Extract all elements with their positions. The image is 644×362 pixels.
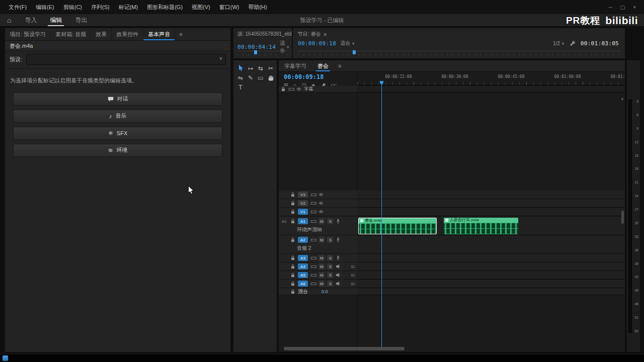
sync-lock-icon[interactable]: ⊏⊐ [310,238,316,242]
menu-window[interactable]: 窗口(W) [215,4,244,11]
lock-icon[interactable] [290,264,295,269]
track-badge[interactable]: A5 [298,272,308,278]
lock-icon[interactable] [290,201,295,206]
master-volume-value[interactable]: 0.0 [321,289,328,294]
preset-dropdown[interactable]: ∨ [26,54,226,65]
track-select-forward-tool[interactable]: ↦ [246,64,255,72]
source-timecode[interactable]: 00:00:04:14 [237,44,276,50]
program-timecode[interactable]: 00:00:09:18 [298,40,336,47]
ripple-edit-tool[interactable]: ⇆ [256,64,265,72]
audio-type-dialogue-button[interactable]: 对话 [13,93,222,106]
audio-type-sfx-button[interactable]: ✳ SFX [13,127,222,140]
selection-tool[interactable] [236,64,245,72]
eye-icon[interactable] [318,192,324,197]
audio-type-music-button[interactable]: ♪ 音乐 [13,110,222,123]
sync-lock-icon[interactable]: ⊏⊐ [310,264,316,269]
lock-icon[interactable] [290,273,295,278]
sync-lock-icon[interactable]: ⊏⊐ [310,256,316,260]
close-icon[interactable]: × [633,5,636,10]
speaker-icon[interactable] [336,264,341,269]
audio-type-ambience-button[interactable]: ≋ 环境 [13,144,222,157]
type-tool[interactable]: T [236,83,245,92]
solo-button[interactable]: S [327,237,333,243]
menu-graphics[interactable]: 图形和标题(G) [142,4,187,11]
vertical-scrollbar[interactable] [621,211,624,224]
track-badge[interactable]: V2 [298,200,308,206]
output-assignment-label[interactable]: S1 [351,282,355,286]
rectangle-tool[interactable]: ▭ [256,74,265,82]
source-mini-timeline[interactable] [237,51,288,56]
lock-icon[interactable] [290,209,295,214]
source-patch-badge[interactable]: A1 [281,219,288,224]
audio-clip-saihui[interactable]: 赛会.m4a [358,218,437,234]
menu-view[interactable]: 视图(V) [187,4,215,11]
menu-markers[interactable]: 标记(M) [114,4,143,11]
track-name[interactable]: 音频 2 [297,245,355,252]
audio-clip-crowd-bicycle[interactable]: 人群自行车.m4a [444,218,518,234]
solo-button[interactable]: S [327,218,333,224]
settings-wrench-icon[interactable] [570,40,576,46]
mute-button[interactable]: M [318,218,325,224]
lock-icon[interactable] [290,289,295,294]
lock-icon[interactable] [290,255,295,260]
mute-button[interactable]: M [318,237,325,243]
track-badge[interactable]: A1 [298,218,308,224]
program-resolution-dropdown[interactable]: 1/2 ∨ [553,41,565,46]
playhead[interactable] [381,81,382,347]
minimize-icon[interactable]: ─ [609,5,612,10]
scroll-handle-dot[interactable] [621,98,623,100]
tab-project[interactable]: 项目: 预设学习 [5,28,51,40]
menu-sequence[interactable]: 序列(S) [87,4,114,11]
tab-effect-controls[interactable]: 效果控件 [112,28,143,40]
source-playhead-marker[interactable] [254,50,257,54]
mute-button[interactable]: M [318,272,325,278]
mic-icon[interactable] [336,237,341,242]
program-playhead-marker[interactable] [353,50,356,54]
output-assignment-label[interactable]: S1 [351,265,355,268]
track-badge[interactable]: V3 [298,192,308,198]
horizontal-scrollbar[interactable] [284,347,405,350]
speaker-icon[interactable] [336,281,341,286]
slip-tool[interactable]: ⇋ [236,74,245,82]
tab-effects[interactable]: 效果 [91,28,112,40]
program-fit-dropdown[interactable]: 适合 ∨ [340,40,355,47]
sync-lock-icon[interactable]: ⊏⊐ [310,273,316,278]
track-badge[interactable]: A4 [298,263,308,269]
mic-icon[interactable] [336,255,341,260]
sync-lock-icon[interactable]: ⊏⊐ [310,282,316,286]
sequence-tab-caption-study[interactable]: 字幕学习 [279,60,312,71]
tab-bin-audio[interactable]: 素材箱: 音频 [51,28,91,40]
sync-lock-icon[interactable]: ⊏⊐ [288,87,294,92]
lock-icon[interactable] [281,86,286,92]
track-name[interactable]: 环绕声混响 [297,226,355,233]
track-badge[interactable]: A6 [298,281,308,287]
lock-icon[interactable] [290,237,295,242]
sync-lock-icon[interactable]: ⊏⊐ [310,219,316,224]
workspace-tab-import[interactable]: 导入 [18,14,43,26]
solo-button[interactable]: S [327,263,333,269]
mic-icon[interactable] [336,219,341,224]
sync-lock-icon[interactable]: ⊏⊐ [310,193,316,197]
program-mini-timeline[interactable] [298,51,621,56]
tab-essential-sound[interactable]: 基本声音 [143,28,175,40]
taskbar-app-icon[interactable] [3,355,8,361]
lock-icon[interactable] [290,192,295,197]
home-icon[interactable]: ⌂ [0,16,18,24]
track-badge[interactable]: V1 [298,209,308,215]
panel-menu-icon[interactable]: ≡ [324,32,327,37]
sequence-tab-saihui[interactable]: 赛会 [312,60,334,71]
maximize-icon[interactable]: ▢ [620,5,625,10]
track-badge[interactable]: A3 [298,255,308,261]
eye-icon[interactable] [318,201,324,206]
sync-lock-icon[interactable]: ⊏⊐ [310,201,316,206]
timeline-timecode[interactable]: 00:00:09:18 [284,73,324,80]
workspace-tab-edit[interactable]: 编辑 [43,14,68,26]
menu-edit[interactable]: 编辑(E) [31,4,59,11]
menu-file[interactable]: 文件(F) [4,4,31,11]
lock-icon[interactable] [290,219,295,224]
eye-icon[interactable] [296,86,301,92]
mute-button[interactable]: M [318,281,325,287]
timeline-clip-area[interactable]: 赛会.m4a 人群自行车.m4a [357,72,625,352]
panel-menu-icon[interactable]: ≡ [334,63,345,69]
speaker-icon[interactable] [336,273,341,278]
